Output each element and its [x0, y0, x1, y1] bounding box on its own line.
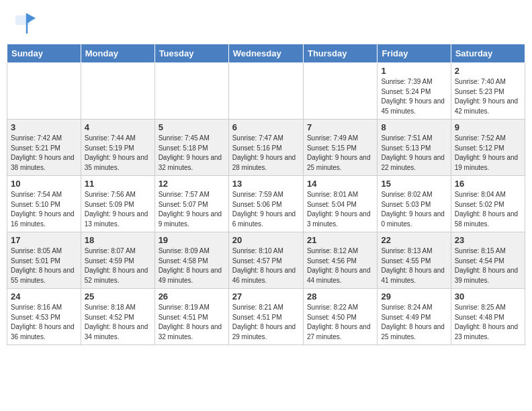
calendar-empty-cell	[81, 63, 154, 120]
day-info: Sunrise: 8:16 AM Sunset: 4:53 PM Dayligh…	[11, 303, 77, 342]
day-info: Sunrise: 7:42 AM Sunset: 5:21 PM Dayligh…	[11, 134, 77, 173]
calendar-day-17: 17Sunrise: 8:05 AM Sunset: 5:01 PM Dayli…	[7, 232, 81, 289]
day-info: Sunrise: 7:52 AM Sunset: 5:12 PM Dayligh…	[455, 134, 521, 173]
day-info: Sunrise: 7:40 AM Sunset: 5:23 PM Dayligh…	[455, 77, 521, 116]
calendar-day-24: 24Sunrise: 8:16 AM Sunset: 4:53 PM Dayli…	[7, 289, 81, 345]
logo	[10, 10, 40, 37]
calendar-day-3: 3Sunrise: 7:42 AM Sunset: 5:21 PM Daylig…	[7, 120, 81, 176]
day-info: Sunrise: 8:01 AM Sunset: 5:04 PM Dayligh…	[307, 190, 373, 229]
day-number: 29	[381, 291, 447, 302]
day-info: Sunrise: 8:15 AM Sunset: 4:54 PM Dayligh…	[455, 246, 521, 285]
day-info: Sunrise: 7:57 AM Sunset: 5:07 PM Dayligh…	[159, 190, 225, 229]
day-info: Sunrise: 8:19 AM Sunset: 4:51 PM Dayligh…	[159, 303, 225, 342]
day-info: Sunrise: 8:22 AM Sunset: 4:50 PM Dayligh…	[307, 303, 373, 342]
weekday-header-wednesday: Wednesday	[228, 44, 303, 63]
calendar-week-row: 24Sunrise: 8:16 AM Sunset: 4:53 PM Dayli…	[7, 289, 525, 345]
calendar-day-30: 30Sunrise: 8:25 AM Sunset: 4:48 PM Dayli…	[451, 289, 525, 345]
day-info: Sunrise: 7:45 AM Sunset: 5:18 PM Dayligh…	[159, 134, 225, 173]
day-number: 8	[381, 122, 447, 132]
day-info: Sunrise: 7:39 AM Sunset: 5:24 PM Dayligh…	[381, 77, 447, 116]
day-number: 20	[232, 235, 300, 245]
day-info: Sunrise: 7:47 AM Sunset: 5:16 PM Dayligh…	[232, 134, 300, 173]
weekday-header-thursday: Thursday	[303, 44, 377, 63]
day-info: Sunrise: 7:54 AM Sunset: 5:10 PM Dayligh…	[11, 190, 77, 229]
day-number: 27	[232, 291, 300, 302]
calendar-day-16: 16Sunrise: 8:04 AM Sunset: 5:02 PM Dayli…	[451, 176, 525, 232]
day-info: Sunrise: 8:05 AM Sunset: 5:01 PM Dayligh…	[11, 246, 77, 285]
calendar-day-4: 4Sunrise: 7:44 AM Sunset: 5:19 PM Daylig…	[81, 120, 154, 176]
calendar-day-23: 23Sunrise: 8:15 AM Sunset: 4:54 PM Dayli…	[451, 232, 525, 289]
day-number: 18	[85, 235, 151, 245]
day-number: 19	[159, 235, 225, 245]
day-number: 6	[232, 122, 300, 132]
day-number: 7	[307, 122, 373, 132]
calendar-day-20: 20Sunrise: 8:10 AM Sunset: 4:57 PM Dayli…	[228, 232, 303, 289]
calendar-day-5: 5Sunrise: 7:45 AM Sunset: 5:18 PM Daylig…	[154, 120, 228, 176]
day-number: 1	[381, 66, 447, 76]
day-info: Sunrise: 8:07 AM Sunset: 4:59 PM Dayligh…	[85, 246, 151, 285]
weekday-header-friday: Friday	[378, 44, 451, 63]
calendar-week-row: 10Sunrise: 7:54 AM Sunset: 5:10 PM Dayli…	[7, 176, 525, 232]
logo-icon	[10, 10, 37, 37]
day-info: Sunrise: 8:13 AM Sunset: 4:55 PM Dayligh…	[381, 246, 447, 285]
day-info: Sunrise: 8:25 AM Sunset: 4:48 PM Dayligh…	[455, 303, 521, 342]
calendar-day-12: 12Sunrise: 7:57 AM Sunset: 5:07 PM Dayli…	[154, 176, 228, 232]
day-number: 15	[381, 179, 447, 189]
calendar-day-14: 14Sunrise: 8:01 AM Sunset: 5:04 PM Dayli…	[303, 176, 377, 232]
day-info: Sunrise: 8:02 AM Sunset: 5:03 PM Dayligh…	[381, 190, 447, 229]
calendar-day-7: 7Sunrise: 7:49 AM Sunset: 5:15 PM Daylig…	[303, 120, 377, 176]
calendar-day-8: 8Sunrise: 7:51 AM Sunset: 5:13 PM Daylig…	[378, 120, 451, 176]
calendar-day-19: 19Sunrise: 8:09 AM Sunset: 4:58 PM Dayli…	[154, 232, 228, 289]
calendar-day-22: 22Sunrise: 8:13 AM Sunset: 4:55 PM Dayli…	[378, 232, 451, 289]
day-info: Sunrise: 7:59 AM Sunset: 5:06 PM Dayligh…	[232, 190, 300, 229]
day-number: 11	[85, 179, 151, 189]
day-number: 17	[11, 235, 77, 245]
day-info: Sunrise: 8:21 AM Sunset: 4:51 PM Dayligh…	[232, 303, 300, 342]
calendar-week-row: 1Sunrise: 7:39 AM Sunset: 5:24 PM Daylig…	[7, 63, 525, 120]
calendar-day-13: 13Sunrise: 7:59 AM Sunset: 5:06 PM Dayli…	[228, 176, 303, 232]
calendar-empty-cell	[154, 63, 228, 120]
day-number: 28	[307, 291, 373, 302]
calendar: SundayMondayTuesdayWednesdayThursdayFrid…	[7, 44, 525, 345]
day-info: Sunrise: 7:51 AM Sunset: 5:13 PM Dayligh…	[381, 134, 447, 173]
day-info: Sunrise: 7:49 AM Sunset: 5:15 PM Dayligh…	[307, 134, 373, 173]
day-info: Sunrise: 8:04 AM Sunset: 5:02 PM Dayligh…	[455, 190, 521, 229]
day-info: Sunrise: 8:18 AM Sunset: 4:52 PM Dayligh…	[85, 303, 151, 342]
day-number: 12	[159, 179, 225, 189]
calendar-day-21: 21Sunrise: 8:12 AM Sunset: 4:56 PM Dayli…	[303, 232, 377, 289]
day-info: Sunrise: 8:12 AM Sunset: 4:56 PM Dayligh…	[307, 246, 373, 285]
day-info: Sunrise: 8:10 AM Sunset: 4:57 PM Dayligh…	[232, 246, 300, 285]
day-number: 3	[11, 122, 77, 132]
day-number: 10	[11, 179, 77, 189]
day-number: 24	[11, 291, 77, 302]
day-number: 23	[455, 235, 521, 245]
calendar-empty-cell	[303, 63, 377, 120]
day-info: Sunrise: 8:24 AM Sunset: 4:49 PM Dayligh…	[381, 303, 447, 342]
calendar-empty-cell	[7, 63, 81, 120]
day-number: 26	[159, 291, 225, 302]
header	[7, 7, 525, 37]
calendar-day-15: 15Sunrise: 8:02 AM Sunset: 5:03 PM Dayli…	[378, 176, 451, 232]
day-info: Sunrise: 8:09 AM Sunset: 4:58 PM Dayligh…	[159, 246, 225, 285]
day-number: 5	[159, 122, 225, 132]
calendar-empty-cell	[228, 63, 303, 120]
day-number: 13	[232, 179, 300, 189]
day-number: 21	[307, 235, 373, 245]
day-info: Sunrise: 7:56 AM Sunset: 5:09 PM Dayligh…	[85, 190, 151, 229]
day-number: 16	[455, 179, 521, 189]
weekday-header-sunday: Sunday	[7, 44, 81, 63]
calendar-day-27: 27Sunrise: 8:21 AM Sunset: 4:51 PM Dayli…	[228, 289, 303, 345]
calendar-week-row: 17Sunrise: 8:05 AM Sunset: 5:01 PM Dayli…	[7, 232, 525, 289]
calendar-day-29: 29Sunrise: 8:24 AM Sunset: 4:49 PM Dayli…	[378, 289, 451, 345]
calendar-day-1: 1Sunrise: 7:39 AM Sunset: 5:24 PM Daylig…	[378, 63, 451, 120]
weekday-header-tuesday: Tuesday	[154, 44, 228, 63]
day-number: 9	[455, 122, 521, 132]
weekday-header-saturday: Saturday	[451, 44, 525, 63]
weekday-header-monday: Monday	[81, 44, 154, 63]
day-number: 14	[307, 179, 373, 189]
calendar-day-11: 11Sunrise: 7:56 AM Sunset: 5:09 PM Dayli…	[81, 176, 154, 232]
day-number: 2	[455, 66, 521, 76]
day-number: 30	[455, 291, 521, 302]
calendar-day-28: 28Sunrise: 8:22 AM Sunset: 4:50 PM Dayli…	[303, 289, 377, 345]
calendar-day-25: 25Sunrise: 8:18 AM Sunset: 4:52 PM Dayli…	[81, 289, 154, 345]
